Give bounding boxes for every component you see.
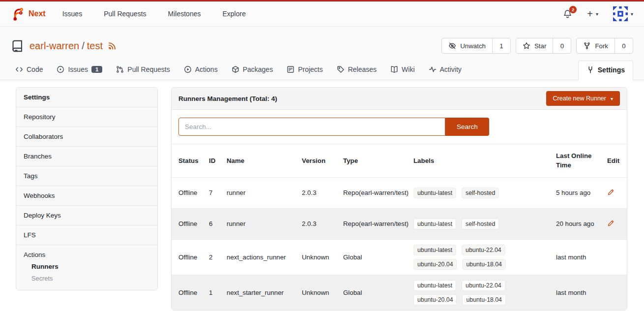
tab-label: Packages xyxy=(243,65,273,73)
table-row: Offline 1 next_starter_runner Unknown Gl… xyxy=(172,275,627,310)
col-type: Type xyxy=(343,144,413,177)
col-name: Name xyxy=(227,144,302,177)
nav-pull-requests[interactable]: Pull Requests xyxy=(104,10,146,18)
runner-version: 2.0.3 xyxy=(302,177,343,208)
tab-projects[interactable]: Projects xyxy=(282,61,327,80)
sidebar-section-actions: Actions Runners Secrets xyxy=(16,245,157,290)
sidebar-item-secrets[interactable]: Secrets xyxy=(24,270,150,282)
nav-explore[interactable]: Explore xyxy=(222,10,245,18)
runner-status: Offline xyxy=(172,239,209,275)
watch-button-group: Unwatch 1 xyxy=(441,38,511,54)
settings-sidebar: Settings Repository Collaborators Branch… xyxy=(16,87,158,290)
sidebar-item-actions[interactable]: Actions xyxy=(24,251,150,258)
label-badge: ubuntu-22.04 xyxy=(462,280,505,291)
rss-icon[interactable] xyxy=(107,41,117,51)
runner-id: 6 xyxy=(209,208,227,239)
create-new-runner-button[interactable]: Create new Runner ▾ xyxy=(546,91,620,106)
label-badge: ubuntu-latest xyxy=(413,188,456,198)
avatar xyxy=(613,6,628,21)
nav-milestones[interactable]: Milestones xyxy=(168,10,201,18)
tab-pull-requests[interactable]: Pull Requests xyxy=(112,61,174,80)
repo-tabbar: Code Issues 1 Pull Requests Actions xyxy=(11,60,633,80)
runner-id: 2 xyxy=(209,239,227,275)
search-button[interactable]: Search xyxy=(445,118,489,136)
forks-count[interactable]: 0 xyxy=(615,38,633,53)
tab-label: Projects xyxy=(298,65,323,73)
tab-label: Pull Requests xyxy=(127,65,170,73)
panel-header: Runners Management (Total: 4) Create new… xyxy=(172,88,627,110)
repo-header: earl-warren / test Unwatch 1 xyxy=(0,27,644,80)
tab-code[interactable]: Code xyxy=(11,61,47,80)
unwatch-label: Unwatch xyxy=(460,42,486,50)
sidebar-item-tags[interactable]: Tags xyxy=(16,166,157,186)
tab-releases[interactable]: Releases xyxy=(332,61,381,80)
tab-issues[interactable]: Issues 1 xyxy=(52,61,107,80)
runner-labels: ubuntu-latest ubuntu-22.04 ubuntu-20.04 … xyxy=(413,245,514,270)
tools-icon xyxy=(586,66,594,74)
tab-settings[interactable]: Settings xyxy=(578,61,633,80)
tab-packages[interactable]: Packages xyxy=(227,61,277,80)
tab-label: Issues xyxy=(68,65,88,73)
fork-button-group: Fork 0 xyxy=(576,38,633,54)
tab-wiki[interactable]: Wiki xyxy=(386,61,419,80)
book-icon xyxy=(390,65,398,73)
fork-icon xyxy=(583,42,591,50)
nav-issues[interactable]: Issues xyxy=(62,10,82,18)
plus-icon: + xyxy=(587,9,593,19)
tab-label: Actions xyxy=(195,65,218,73)
tag-icon xyxy=(337,65,345,73)
tab-label: Releases xyxy=(348,65,377,73)
tab-label: Activity xyxy=(440,65,462,73)
repo-owner-link[interactable]: earl-warren xyxy=(29,40,79,52)
runner-name: next_starter_runner xyxy=(227,275,302,310)
create-new-runner-label: Create new Runner xyxy=(553,95,606,102)
tab-actions[interactable]: Actions xyxy=(179,61,222,80)
col-status: Status xyxy=(172,144,209,177)
sidebar-item-webhooks[interactable]: Webhooks xyxy=(16,186,157,206)
sidebar-item-runners[interactable]: Runners xyxy=(24,258,150,270)
edit-runner-button[interactable] xyxy=(607,220,615,227)
runners-panel: Runners Management (Total: 4) Create new… xyxy=(171,87,627,311)
runner-id: 1 xyxy=(209,275,227,310)
notification-count-badge: 2 xyxy=(569,6,577,13)
user-menu-button[interactable]: ▾ xyxy=(613,6,633,21)
sidebar-item-repository[interactable]: Repository xyxy=(16,107,157,127)
home-link[interactable]: Next xyxy=(11,7,46,21)
col-version: Version xyxy=(302,144,343,177)
watchers-count[interactable]: 1 xyxy=(493,38,510,53)
runner-id: 7 xyxy=(209,177,227,208)
tab-label: Wiki xyxy=(402,65,414,73)
fork-button[interactable]: Fork xyxy=(577,38,615,53)
label-badge: ubuntu-20.04 xyxy=(413,294,457,305)
star-button[interactable]: Star xyxy=(516,38,553,53)
runner-last-online: 5 hours ago xyxy=(556,177,607,208)
repo-name-link[interactable]: test xyxy=(87,40,103,52)
tab-activity[interactable]: Activity xyxy=(424,61,466,80)
panel-title: Runners Management (Total: 4) xyxy=(178,95,277,102)
sidebar-item-deploy-keys[interactable]: Deploy Keys xyxy=(16,206,157,225)
runner-version: Unknown xyxy=(302,275,343,310)
table-row: Offline 2 next_actions_runner Unknown Gl… xyxy=(172,239,627,275)
create-menu-button[interactable]: + ▾ xyxy=(587,9,598,19)
sidebar-item-collaborators[interactable]: Collaborators xyxy=(16,127,157,147)
edit-runner-button[interactable] xyxy=(607,189,615,196)
sidebar-item-lfs[interactable]: LFS xyxy=(16,225,157,245)
sidebar-item-branches[interactable]: Branches xyxy=(16,147,157,166)
chevron-down-icon: ▾ xyxy=(631,11,633,17)
search-input[interactable] xyxy=(178,118,445,136)
eye-slash-icon xyxy=(448,42,456,50)
label-badge: ubuntu-18.04 xyxy=(462,294,505,305)
table-row: Offline 7 runner 2.0.3 Repo(earl-warren/… xyxy=(172,177,627,208)
unwatch-button[interactable]: Unwatch xyxy=(442,38,493,53)
runners-table: Status ID Name Version Type Labels Last … xyxy=(172,144,627,310)
runner-last-online: 20 hours ago xyxy=(556,208,607,239)
pulse-icon xyxy=(429,65,437,73)
runner-labels: ubuntu-latest self-hosted xyxy=(413,188,514,198)
notifications-button[interactable]: 2 xyxy=(563,9,572,19)
runner-name: next_actions_runner xyxy=(227,239,302,275)
issues-count-badge: 1 xyxy=(91,66,102,73)
stars-count[interactable]: 0 xyxy=(553,38,571,53)
repo-path-separator: / xyxy=(82,40,85,52)
runner-name: runner xyxy=(227,208,302,239)
runner-last-online: last month xyxy=(556,275,607,310)
